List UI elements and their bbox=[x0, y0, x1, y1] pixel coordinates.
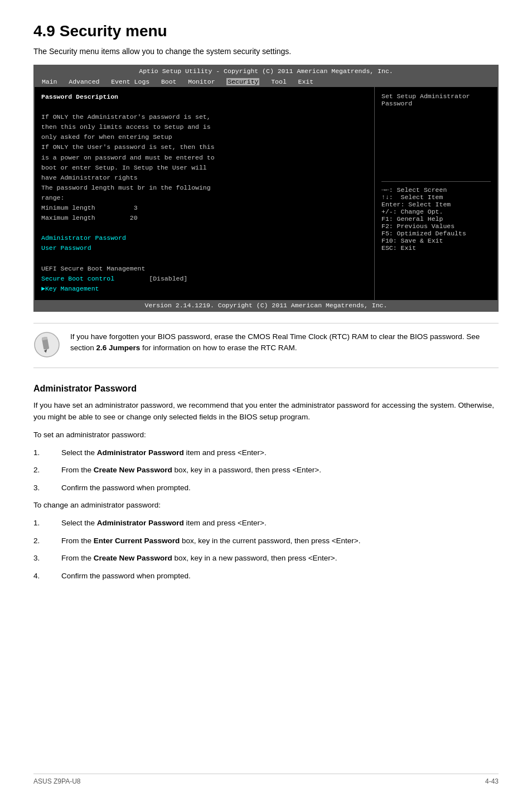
bios-line-gap2 bbox=[41, 254, 367, 263]
bios-key-1: →←: Select Screen bbox=[381, 186, 491, 194]
bios-line-8: have Administrator rights bbox=[41, 173, 367, 182]
change-step-1: 1. Select the Administrator Password ite… bbox=[33, 517, 499, 529]
footer-left: ASUS Z9PA-U8 bbox=[33, 777, 80, 785]
bios-line-gap bbox=[41, 224, 367, 233]
set-step-2-content: From the Create New Password box, key in… bbox=[61, 464, 499, 476]
bios-key-7: F5: Optimized Defaults bbox=[381, 230, 491, 237]
set-step-2: 2. From the Create New Password box, key… bbox=[33, 464, 499, 476]
nav-eventlogs[interactable]: Event Logs bbox=[111, 78, 149, 85]
change-label: To change an administrator password: bbox=[33, 499, 499, 511]
set-step-3: 3. Confirm the password when prompted. bbox=[33, 482, 499, 494]
bios-line-5: If ONLY the User's password is set, then… bbox=[41, 143, 367, 152]
bios-header: Aptio Setup Utility - Copyright (C) 2011… bbox=[35, 66, 497, 76]
bios-line-4: only asked for when entering Setup bbox=[41, 133, 367, 142]
change-step-4: 4. Confirm the password when prompted. bbox=[33, 570, 499, 582]
bios-line-12: Maximum length 20 bbox=[41, 214, 367, 223]
bios-key-mgmt[interactable]: ►Key Management bbox=[41, 284, 367, 293]
note-icon bbox=[33, 331, 61, 360]
bios-key-2: ↑↓: Select Item bbox=[381, 194, 491, 201]
bios-line-11: Minimum length 3 bbox=[41, 204, 367, 212]
bios-terminal: Aptio Setup Utility - Copyright (C) 2011… bbox=[33, 65, 499, 312]
bios-key-9: ESC: Exit bbox=[381, 244, 491, 252]
bios-left-panel: Password Description If ONLY the Adminis… bbox=[35, 87, 375, 300]
bios-key-6: F2: Previous Values bbox=[381, 223, 491, 230]
intro-text: The Security menu items allow you to cha… bbox=[33, 47, 499, 56]
nav-main[interactable]: Main bbox=[42, 78, 57, 85]
change-step-3: 3. From the Create New Password box, key… bbox=[33, 552, 499, 564]
bios-user-pwd-label[interactable]: User Password bbox=[41, 244, 367, 253]
note-box: If you have forgotten your BIOS password… bbox=[33, 323, 499, 368]
bios-line-2: If ONLY the Administrator's password is … bbox=[41, 113, 367, 122]
admin-pwd-intro: If you have set an administrator passwor… bbox=[33, 399, 499, 423]
pencil-note-icon bbox=[33, 331, 60, 358]
change-step-1-bold: Administrator Password bbox=[97, 519, 184, 527]
change-step-4-content: Confirm the password when prompted. bbox=[61, 570, 499, 582]
note-bold: 2.6 Jumpers bbox=[96, 344, 141, 352]
change-step-3-bold: Create New Password bbox=[94, 554, 172, 562]
nav-boot[interactable]: Boot bbox=[161, 78, 177, 85]
bios-admin-pwd-label[interactable]: Administrator Password bbox=[41, 234, 367, 243]
set-step-1: 1. Select the Administrator Password ite… bbox=[33, 447, 499, 459]
set-step-2-num: 2. bbox=[33, 464, 61, 476]
bios-uefi-label: UEFI Secure Boot Management bbox=[41, 264, 367, 273]
change-step-3-num: 3. bbox=[33, 552, 61, 564]
bios-content-area: Password Description If ONLY the Adminis… bbox=[35, 87, 497, 300]
change-step-3-content: From the Create New Password box, key in… bbox=[61, 552, 499, 564]
change-step-1-num: 1. bbox=[33, 517, 61, 529]
bios-pwd-description-label: Password Description bbox=[41, 93, 367, 102]
bios-key-5: F1: General Help bbox=[381, 215, 491, 223]
set-step-1-bold: Administrator Password bbox=[97, 448, 184, 457]
set-step-1-num: 1. bbox=[33, 447, 61, 459]
set-step-2-bold: Create New Password bbox=[94, 466, 172, 474]
change-step-2-num: 2. bbox=[33, 535, 61, 547]
change-step-2-bold: Enter Current Password bbox=[94, 537, 180, 545]
bios-nav: Main Advanced Event Logs Boot Monitor Se… bbox=[35, 76, 497, 87]
nav-tool[interactable]: Tool bbox=[271, 78, 287, 85]
set-step-1-content: Select the Administrator Password item a… bbox=[61, 447, 499, 459]
change-step-2: 2. From the Enter Current Password box, … bbox=[33, 535, 499, 547]
set-step-3-num: 3. bbox=[33, 482, 61, 494]
set-label: To set an administrator password: bbox=[33, 429, 499, 441]
bios-right-panel: Set Setup Administrator Password →←: Sel… bbox=[375, 87, 497, 300]
bios-help-content: Set Setup Administrator Password bbox=[381, 93, 470, 107]
bios-key-help: →←: Select Screen ↑↓: Select Item Enter:… bbox=[381, 186, 491, 252]
bios-line-3: then this only limits access to Setup an… bbox=[41, 123, 367, 132]
page-title: 4.9 Security menu bbox=[33, 22, 499, 40]
bios-secure-boot[interactable]: Secure Boot control [Disabled] bbox=[41, 274, 367, 283]
footer-right: 4-43 bbox=[485, 777, 499, 785]
bios-key-4: +/-: Change Opt. bbox=[381, 208, 491, 215]
bios-line-1 bbox=[41, 103, 367, 112]
nav-advanced[interactable]: Advanced bbox=[69, 78, 99, 85]
bios-line-7: boot or enter Setup. In Setup the User w… bbox=[41, 163, 367, 172]
bios-key-8: F10: Save & Exit bbox=[381, 237, 491, 244]
bios-line-9: The password length must br in the follo… bbox=[41, 183, 367, 192]
nav-security[interactable]: Security bbox=[226, 78, 259, 85]
nav-monitor[interactable]: Monitor bbox=[188, 78, 215, 85]
note-content: If you have forgotten your BIOS password… bbox=[70, 331, 499, 354]
bios-help-text: Set Setup Administrator Password bbox=[381, 93, 491, 182]
page-footer: ASUS Z9PA-U8 4-43 bbox=[33, 774, 499, 785]
bios-line-6: is a power on password and must be enter… bbox=[41, 153, 367, 162]
admin-pwd-heading: Administrator Password bbox=[33, 384, 499, 394]
change-step-2-content: From the Enter Current Password box, key… bbox=[61, 535, 499, 547]
note-text-after: for information on how to erase the RTC … bbox=[140, 344, 297, 352]
bios-key-3: Enter: Select Item bbox=[381, 201, 491, 208]
set-step-3-content: Confirm the password when prompted. bbox=[61, 482, 499, 494]
bios-footer: Version 2.14.1219. Copyright (C) 2011 Am… bbox=[35, 300, 497, 311]
change-step-1-content: Select the Administrator Password item a… bbox=[61, 517, 499, 529]
change-step-4-num: 4. bbox=[33, 570, 61, 582]
bios-line-10: range: bbox=[41, 194, 367, 202]
nav-exit[interactable]: Exit bbox=[298, 78, 314, 85]
